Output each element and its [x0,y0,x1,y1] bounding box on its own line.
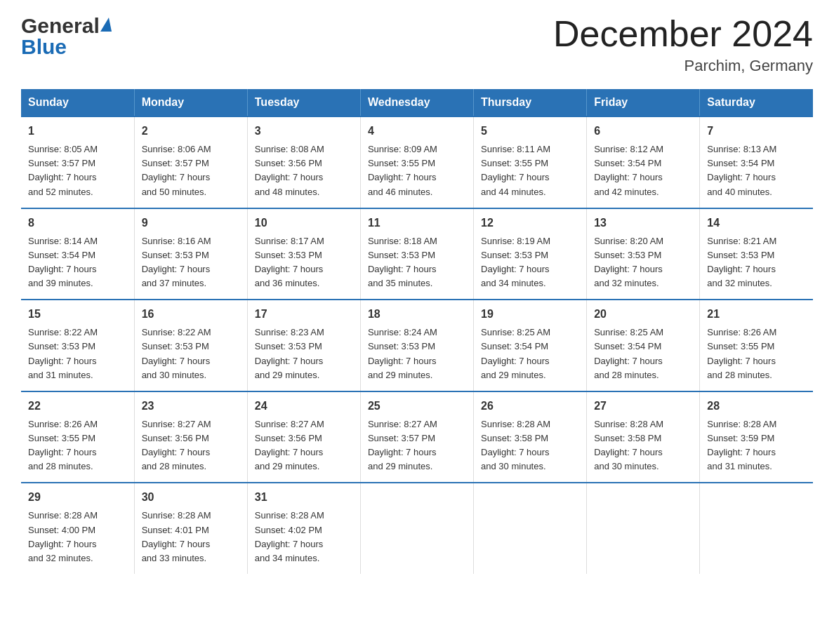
day-number: 12 [481,215,579,232]
col-header-monday: Monday [134,89,247,116]
calendar-header-row: SundayMondayTuesdayWednesdayThursdayFrid… [21,89,813,116]
day-info: Sunrise: 8:17 AMSunset: 3:53 PMDaylight:… [255,234,353,291]
calendar-cell: 31 Sunrise: 8:28 AMSunset: 4:02 PMDaylig… [247,483,360,574]
week-row-4: 22 Sunrise: 8:26 AMSunset: 3:55 PMDaylig… [21,391,813,483]
calendar-cell [587,483,700,574]
calendar-cell: 28 Sunrise: 8:28 AMSunset: 3:59 PMDaylig… [700,391,813,483]
logo-triangle-icon [100,18,112,32]
calendar-cell: 24 Sunrise: 8:27 AMSunset: 3:56 PMDaylig… [247,391,360,483]
day-info: Sunrise: 8:12 AMSunset: 3:54 PMDaylight:… [594,142,692,199]
day-info: Sunrise: 8:22 AMSunset: 3:53 PMDaylight:… [142,326,240,382]
day-number: 28 [707,398,806,415]
day-info: Sunrise: 8:11 AMSunset: 3:55 PMDaylight:… [481,142,579,199]
calendar-cell: 23 Sunrise: 8:27 AMSunset: 3:56 PMDaylig… [134,391,247,483]
day-number: 14 [707,215,806,232]
day-number: 6 [594,123,692,140]
day-info: Sunrise: 8:18 AMSunset: 3:53 PMDaylight:… [368,234,466,291]
calendar-cell: 25 Sunrise: 8:27 AMSunset: 3:57 PMDaylig… [360,391,473,483]
day-info: Sunrise: 8:05 AMSunset: 3:57 PMDaylight:… [28,142,127,199]
week-row-1: 1 Sunrise: 8:05 AMSunset: 3:57 PMDayligh… [21,116,813,208]
day-info: Sunrise: 8:06 AMSunset: 3:57 PMDaylight:… [142,142,240,199]
calendar-cell: 1 Sunrise: 8:05 AMSunset: 3:57 PMDayligh… [21,116,134,208]
calendar-cell [474,483,587,574]
day-number: 30 [142,489,240,506]
day-info: Sunrise: 8:21 AMSunset: 3:53 PMDaylight:… [707,234,806,291]
logo-general-text: General [21,14,100,38]
day-info: Sunrise: 8:09 AMSunset: 3:55 PMDaylight:… [368,142,466,199]
day-info: Sunrise: 8:27 AMSunset: 3:56 PMDaylight:… [255,417,353,474]
day-number: 21 [707,306,806,323]
day-info: Sunrise: 8:25 AMSunset: 3:54 PMDaylight:… [594,326,692,382]
day-number: 16 [142,306,240,323]
col-header-wednesday: Wednesday [360,89,473,116]
day-info: Sunrise: 8:16 AMSunset: 3:53 PMDaylight:… [142,234,240,291]
day-info: Sunrise: 8:28 AMSunset: 4:01 PMDaylight:… [142,509,240,565]
col-header-friday: Friday [587,89,700,116]
calendar-cell: 12 Sunrise: 8:19 AMSunset: 3:53 PMDaylig… [474,208,587,300]
day-number: 7 [707,123,806,140]
day-info: Sunrise: 8:20 AMSunset: 3:53 PMDaylight:… [594,234,692,291]
day-info: Sunrise: 8:28 AMSunset: 3:59 PMDaylight:… [707,417,806,474]
calendar-cell: 11 Sunrise: 8:18 AMSunset: 3:53 PMDaylig… [360,208,473,300]
day-number: 1 [28,123,127,140]
day-info: Sunrise: 8:26 AMSunset: 3:55 PMDaylight:… [28,417,127,474]
day-number: 2 [142,123,240,140]
calendar-cell: 15 Sunrise: 8:22 AMSunset: 3:53 PMDaylig… [21,300,134,391]
week-row-3: 15 Sunrise: 8:22 AMSunset: 3:53 PMDaylig… [21,300,813,391]
day-info: Sunrise: 8:28 AMSunset: 4:00 PMDaylight:… [28,509,127,565]
day-info: Sunrise: 8:23 AMSunset: 3:53 PMDaylight:… [255,326,353,382]
day-info: Sunrise: 8:27 AMSunset: 3:56 PMDaylight:… [142,417,240,474]
day-number: 15 [28,306,127,323]
logo: General Blue [21,14,112,59]
day-info: Sunrise: 8:28 AMSunset: 3:58 PMDaylight:… [594,417,692,474]
col-header-saturday: Saturday [700,89,813,116]
calendar-subtitle: Parchim, Germany [553,57,813,75]
day-number: 22 [28,398,127,415]
day-number: 5 [481,123,579,140]
day-number: 31 [255,489,353,506]
calendar-cell: 29 Sunrise: 8:28 AMSunset: 4:00 PMDaylig… [21,483,134,574]
calendar-cell: 5 Sunrise: 8:11 AMSunset: 3:55 PMDayligh… [474,116,587,208]
day-info: Sunrise: 8:25 AMSunset: 3:54 PMDaylight:… [481,326,579,382]
col-header-thursday: Thursday [474,89,587,116]
calendar-cell: 10 Sunrise: 8:17 AMSunset: 3:53 PMDaylig… [247,208,360,300]
day-number: 24 [255,398,353,415]
calendar-cell: 2 Sunrise: 8:06 AMSunset: 3:57 PMDayligh… [134,116,247,208]
calendar-cell: 19 Sunrise: 8:25 AMSunset: 3:54 PMDaylig… [474,300,587,391]
day-info: Sunrise: 8:08 AMSunset: 3:56 PMDaylight:… [255,142,353,199]
day-number: 27 [594,398,692,415]
calendar-cell: 18 Sunrise: 8:24 AMSunset: 3:53 PMDaylig… [360,300,473,391]
calendar-cell: 26 Sunrise: 8:28 AMSunset: 3:58 PMDaylig… [474,391,587,483]
day-number: 19 [481,306,579,323]
day-info: Sunrise: 8:19 AMSunset: 3:53 PMDaylight:… [481,234,579,291]
day-number: 17 [255,306,353,323]
calendar-cell: 21 Sunrise: 8:26 AMSunset: 3:55 PMDaylig… [700,300,813,391]
calendar-cell [360,483,473,574]
calendar-table: SundayMondayTuesdayWednesdayThursdayFrid… [21,89,813,574]
day-number: 25 [368,398,466,415]
calendar-cell: 4 Sunrise: 8:09 AMSunset: 3:55 PMDayligh… [360,116,473,208]
day-number: 23 [142,398,240,415]
day-info: Sunrise: 8:28 AMSunset: 3:58 PMDaylight:… [481,417,579,474]
calendar-cell: 20 Sunrise: 8:25 AMSunset: 3:54 PMDaylig… [587,300,700,391]
calendar-cell [700,483,813,574]
col-header-sunday: Sunday [21,89,134,116]
day-number: 10 [255,215,353,232]
day-number: 11 [368,215,466,232]
day-info: Sunrise: 8:22 AMSunset: 3:53 PMDaylight:… [28,326,127,382]
day-number: 3 [255,123,353,140]
calendar-cell: 8 Sunrise: 8:14 AMSunset: 3:54 PMDayligh… [21,208,134,300]
week-row-2: 8 Sunrise: 8:14 AMSunset: 3:54 PMDayligh… [21,208,813,300]
day-info: Sunrise: 8:27 AMSunset: 3:57 PMDaylight:… [368,417,466,474]
day-info: Sunrise: 8:13 AMSunset: 3:54 PMDaylight:… [707,142,806,199]
day-info: Sunrise: 8:14 AMSunset: 3:54 PMDaylight:… [28,234,127,291]
calendar-cell: 9 Sunrise: 8:16 AMSunset: 3:53 PMDayligh… [134,208,247,300]
calendar-cell: 30 Sunrise: 8:28 AMSunset: 4:01 PMDaylig… [134,483,247,574]
col-header-tuesday: Tuesday [247,89,360,116]
day-number: 29 [28,489,127,506]
day-info: Sunrise: 8:24 AMSunset: 3:53 PMDaylight:… [368,326,466,382]
calendar-cell: 22 Sunrise: 8:26 AMSunset: 3:55 PMDaylig… [21,391,134,483]
calendar-cell: 13 Sunrise: 8:20 AMSunset: 3:53 PMDaylig… [587,208,700,300]
calendar-cell: 16 Sunrise: 8:22 AMSunset: 3:53 PMDaylig… [134,300,247,391]
day-info: Sunrise: 8:26 AMSunset: 3:55 PMDaylight:… [707,326,806,382]
